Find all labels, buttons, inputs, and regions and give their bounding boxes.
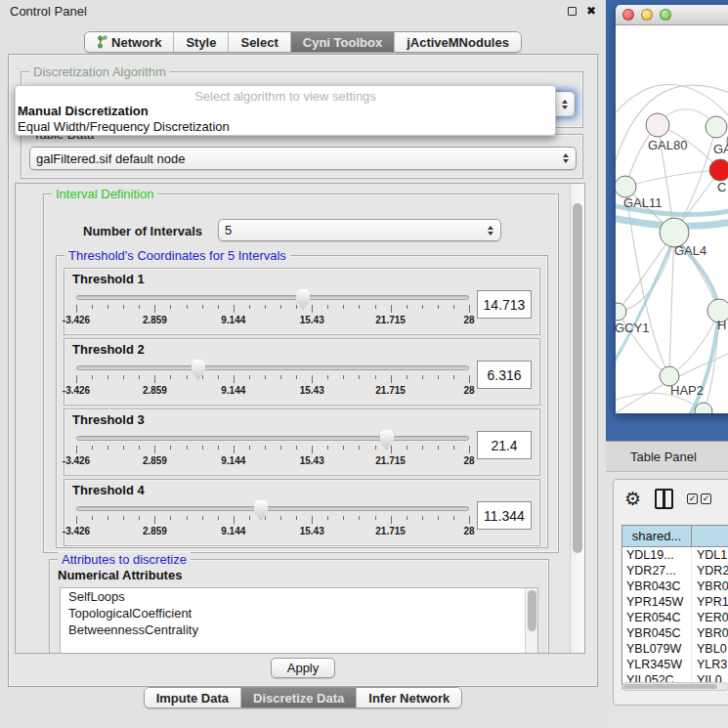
attributes-scrollbar-thumb[interactable]	[528, 590, 536, 631]
tick-mark	[234, 305, 235, 313]
numerical-attributes-label: Numerical Attributes	[58, 568, 182, 582]
threshold-label: Threshold 4	[72, 483, 532, 497]
network-node-gcy1[interactable]	[616, 303, 626, 321]
tick-mark	[343, 305, 344, 309]
tick-mark	[359, 446, 360, 450]
network-node-c[interactable]	[709, 159, 728, 181]
tick-mark	[154, 375, 155, 383]
algorithm-option-equal-width[interactable]: Equal Width/Frequency Discretization	[16, 119, 555, 135]
settings-scrollbar-thumb[interactable]	[573, 203, 582, 553]
table-horizontal-scrollbar-thumb[interactable]	[623, 684, 717, 689]
table-row[interactable]: YER054CYER0	[622, 610, 728, 625]
tick-mark	[139, 375, 140, 379]
settings-scrollbar[interactable]	[570, 184, 584, 653]
table-row[interactable]: YBR045CYBR0	[622, 625, 728, 641]
network-node-gal80[interactable]	[706, 116, 727, 138]
tick-mark	[123, 375, 124, 379]
table-row[interactable]: YBR043CYBR0	[622, 578, 728, 594]
network-canvas[interactable]: GAL80GACGAL11GAL4HGCY1HAP2	[616, 25, 728, 413]
tick-mark	[202, 446, 203, 450]
tick-mark	[76, 446, 77, 453]
tick-mark	[92, 516, 93, 520]
tab-network[interactable]: Network	[85, 32, 174, 52]
slider-track[interactable]	[76, 436, 469, 441]
table-row[interactable]: YPR145WYPR1	[622, 594, 728, 610]
algorithm-option-manual[interactable]: Manual Discretization	[16, 104, 555, 119]
slider-thumb[interactable]	[379, 430, 394, 450]
numerical-attributes-list[interactable]: SelfLoopsTopologicalCoefficientBetweenne…	[60, 587, 538, 654]
tick-mark	[375, 375, 376, 379]
threshold-label: Threshold 3	[72, 412, 532, 427]
table-row[interactable]: YLR345WYLR3	[622, 657, 728, 672]
tick-mark	[296, 305, 297, 309]
tick-label: 9.144	[221, 385, 245, 396]
threshold-box-2: Threshold 2-3.4262.8599.14415.4321.71528…	[64, 338, 540, 406]
settings-scroll-pane: Interval Definition Number of Intervals …	[15, 183, 585, 654]
slider-track[interactable]	[76, 295, 469, 300]
threshold-value-field[interactable]: 11.344	[477, 501, 532, 530]
cell-name: YER0	[692, 610, 728, 625]
cell-shared-name: YPR145W	[622, 594, 692, 610]
close-icon[interactable]: ✖	[586, 5, 596, 17]
minimize-traffic-light-icon[interactable]	[641, 9, 653, 21]
tab-impute-data[interactable]: Impute Data	[145, 688, 241, 707]
attributes-scrollbar[interactable]	[525, 588, 537, 654]
tick-mark	[407, 305, 407, 309]
tick-mark	[327, 305, 328, 309]
tab-jactivemnodules[interactable]: jActiveMNodules	[395, 32, 521, 52]
network-node-gal11[interactable]	[616, 176, 636, 197]
tab-cyni-toolbox[interactable]: Cyni Toolbox	[291, 32, 395, 52]
tab-infer-network[interactable]: Infer Network	[357, 688, 461, 707]
threshold-value-field[interactable]: 21.4	[477, 431, 532, 459]
tab-style[interactable]: Style	[174, 32, 229, 52]
cytoscape-desktop: GAL80GACGAL11GAL4HGCY1HAP2	[606, 0, 728, 441]
tick-mark	[170, 516, 171, 520]
table-horizontal-scrollbar[interactable]	[621, 682, 728, 691]
slider-track[interactable]	[76, 365, 469, 370]
threshold-slider[interactable]: -3.4262.8599.14415.4321.71528	[76, 499, 469, 540]
slider-thumb[interactable]	[191, 360, 205, 380]
tick-mark	[249, 375, 250, 379]
top-tab-strip: NetworkStyleSelectCyni ToolboxjActiveMNo…	[84, 31, 522, 53]
slider-track[interactable]	[76, 506, 469, 511]
tick-mark	[218, 446, 219, 450]
threshold-slider[interactable]: -3.4262.8599.14415.4321.71528	[76, 429, 469, 470]
tick-mark	[375, 446, 376, 450]
float-window-icon[interactable]	[568, 7, 577, 16]
zoom-traffic-light-icon[interactable]	[660, 9, 671, 21]
number-of-intervals-select[interactable]: 5	[218, 219, 501, 241]
threshold-value-field[interactable]: 14.713	[477, 290, 532, 319]
table-row[interactable]: YDL19...YDL1	[622, 547, 728, 563]
tick-label: 21.715	[375, 315, 406, 325]
split-view-icon[interactable]	[655, 489, 673, 509]
attribute-list-item[interactable]: SelfLoops	[61, 588, 537, 605]
close-traffic-light-icon[interactable]	[622, 9, 634, 21]
attribute-list-item[interactable]: BetweennessCentrality	[61, 621, 537, 638]
table-row[interactable]: YBL079WYBL0	[622, 641, 728, 657]
column-header-shared[interactable]: shared...	[622, 526, 692, 546]
threshold-slider[interactable]: -3.4262.8599.14415.4321.71528	[76, 288, 469, 329]
tab-select[interactable]: Select	[229, 32, 290, 52]
tick-label: 2.859	[143, 455, 167, 466]
apply-button[interactable]: Apply	[271, 658, 335, 678]
tick-label: 28	[463, 526, 474, 536]
attribute-list-item[interactable]: TopologicalCoefficient	[61, 605, 537, 621]
gear-icon[interactable]: ⚙	[624, 490, 641, 508]
column-header-name[interactable]: na	[692, 526, 728, 546]
threshold-value-field[interactable]: 6.316	[477, 361, 532, 389]
table-row[interactable]: YDR27...YDR2	[622, 563, 728, 578]
checkbox-checked-icon[interactable]: ✓	[701, 493, 711, 504]
cell-shared-name: YDR27...	[622, 563, 692, 578]
tab-label: Style	[186, 35, 216, 50]
threshold-slider[interactable]: -3.4262.8599.14415.4321.71528	[76, 359, 469, 400]
checkbox-checked-icon[interactable]: ✓	[687, 493, 698, 504]
slider-thumb[interactable]	[296, 289, 311, 310]
tick-mark	[343, 516, 344, 520]
tick-mark	[202, 516, 203, 520]
tab-label: jActiveMNodules	[407, 35, 509, 50]
table-data-select[interactable]: galFiltered.sif default node	[29, 147, 577, 170]
slider-thumb[interactable]	[253, 500, 268, 521]
tick-mark	[391, 446, 392, 453]
network-node[interactable]	[646, 113, 669, 137]
tab-discretize-data[interactable]: Discretize Data	[241, 688, 357, 707]
